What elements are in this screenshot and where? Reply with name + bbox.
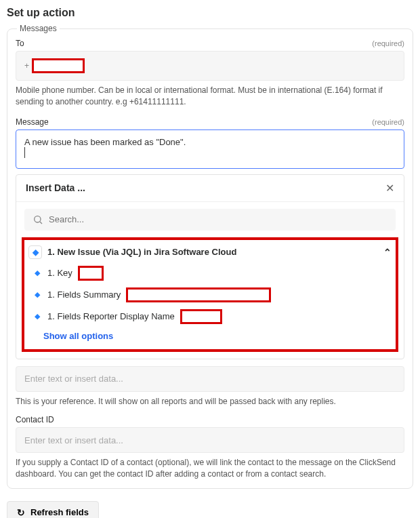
insert-data-header: Insert Data ... ✕ <box>16 175 404 202</box>
jira-icon: ◆ <box>28 245 42 259</box>
reference-help: This is your reference. It will show on … <box>16 396 404 407</box>
insert-search[interactable] <box>24 209 396 231</box>
data-item-summary[interactable]: ◆ 1. Fields Summary <box>33 287 392 302</box>
to-required: (required) <box>372 39 404 47</box>
insert-data-panel: Insert Data ... ✕ ◆ 1. New Issue (Via JQ… <box>16 174 404 359</box>
data-source-header[interactable]: ◆ 1. New Issue (Via JQL) in Jira Softwar… <box>28 245 392 259</box>
to-help: Mobile phone number. Can be in local or … <box>16 85 404 108</box>
text-cursor <box>24 147 25 158</box>
contact-id-help: If you supply a Contact ID of a contact … <box>16 457 404 480</box>
redacted-value <box>126 287 271 302</box>
redacted-value <box>78 266 104 281</box>
to-label: To <box>16 39 24 48</box>
jira-icon: ◆ <box>33 290 42 300</box>
page-title: Set up action <box>7 7 413 19</box>
data-item-label: 1. Key <box>47 268 72 278</box>
redacted-value <box>180 309 222 324</box>
message-required: (required) <box>372 118 404 126</box>
refresh-label: Refresh fields <box>30 507 89 517</box>
show-all-options[interactable]: Show all options <box>43 331 392 341</box>
redacted-phone <box>32 58 85 73</box>
svg-line-1 <box>40 222 42 224</box>
data-item-label: 1. Fields Summary <box>47 290 121 300</box>
plus-icon: + <box>24 61 29 71</box>
field-row-message: Message (required) <box>16 117 404 127</box>
svg-point-0 <box>35 216 41 222</box>
search-input[interactable] <box>49 214 387 224</box>
fieldset-legend: Messages <box>17 24 60 33</box>
message-label: Message <box>16 117 49 127</box>
data-item-label: 1. Fields Reporter Display Name <box>47 311 175 321</box>
refresh-icon: ↻ <box>17 507 25 518</box>
jira-icon: ◆ <box>33 268 42 278</box>
message-input[interactable]: A new issue has been marked as "Done". <box>16 130 404 169</box>
contact-id-label: Contact ID <box>16 415 404 424</box>
chevron-up-icon: ⌃ <box>383 247 392 258</box>
field-row-to: To (required) <box>16 39 404 48</box>
data-source-block: ◆ 1. New Issue (Via JQL) in Jira Softwar… <box>22 237 398 352</box>
contact-id-input[interactable]: Enter text or insert data... <box>16 427 404 453</box>
close-icon[interactable]: ✕ <box>385 182 394 195</box>
insert-data-title: Insert Data ... <box>26 182 85 193</box>
search-icon <box>33 214 43 225</box>
refresh-fields-button[interactable]: ↻ Refresh fields <box>7 501 99 518</box>
jira-icon: ◆ <box>33 312 42 321</box>
data-source-title: 1. New Issue (Via JQL) in Jira Software … <box>47 247 236 257</box>
data-item-reporter[interactable]: ◆ 1. Fields Reporter Display Name <box>33 309 392 324</box>
to-input[interactable]: + <box>16 51 404 81</box>
reference-input[interactable]: Enter text or insert data... <box>16 366 404 392</box>
message-value: A new issue has been marked as "Done". <box>24 137 186 147</box>
messages-fieldset: Messages To (required) + Mobile phone nu… <box>7 28 413 489</box>
data-item-key[interactable]: ◆ 1. Key <box>33 266 392 281</box>
